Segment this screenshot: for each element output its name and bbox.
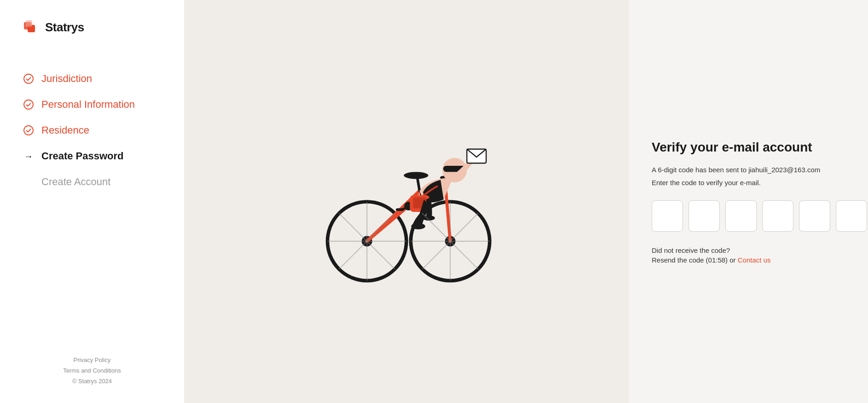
statrys-logo-icon: [23, 18, 41, 36]
jurisdiction-label: Jurisdiction: [41, 73, 92, 85]
resend-timer-text: Resend the code (01:58) or: [652, 256, 736, 264]
privacy-policy-link[interactable]: Privacy Policy: [74, 356, 111, 363]
svg-line-36: [339, 241, 367, 269]
create-account-label: Create Account: [41, 176, 110, 188]
logo-text: Statrys: [45, 20, 84, 35]
residence-check-icon: [23, 125, 34, 136]
svg-rect-21: [396, 208, 404, 211]
svg-line-44: [422, 241, 450, 269]
svg-rect-2: [26, 20, 32, 27]
code-input-5[interactable]: [799, 200, 830, 232]
code-input-3[interactable]: [725, 200, 757, 232]
svg-point-28: [411, 223, 425, 229]
create-account-placeholder-icon: [23, 176, 34, 187]
svg-point-17: [404, 172, 428, 179]
create-password-label: Create Password: [41, 150, 124, 162]
svg-line-42: [422, 213, 450, 241]
nav-steps: Jurisdiction Personal Information Reside…: [23, 73, 161, 356]
svg-line-16: [417, 177, 420, 191]
resend-text: Resend the code (01:58) or Contact us: [652, 256, 845, 264]
copyright-text: © Statrys 2024: [72, 378, 112, 385]
svg-point-3: [24, 74, 33, 83]
sidebar-item-create-account[interactable]: Create Account: [23, 176, 161, 188]
sidebar-footer: Privacy Policy Terms and Conditions © St…: [23, 356, 161, 385]
svg-point-5: [24, 126, 33, 135]
resend-label: Did not receive the code?: [652, 246, 845, 254]
verify-subtitle: A 6-digit code has been sent to jiahuili…: [652, 165, 845, 175]
sidebar-item-residence[interactable]: Residence: [23, 124, 161, 136]
personal-information-label: Personal Information: [41, 99, 135, 111]
svg-line-37: [367, 213, 395, 241]
create-password-arrow-icon: →: [23, 151, 34, 162]
code-inputs-container: [652, 200, 845, 232]
code-input-6[interactable]: [836, 200, 867, 232]
code-input-4[interactable]: [762, 200, 793, 232]
sidebar-item-create-password[interactable]: → Create Password: [23, 150, 161, 162]
svg-line-34: [339, 213, 367, 241]
verify-title: Verify your e-mail account: [652, 139, 845, 156]
svg-point-4: [24, 100, 33, 109]
logo-area: Statrys: [23, 18, 161, 36]
svg-line-43: [450, 241, 478, 269]
verify-instruction: Enter the code to verify your e-mail.: [652, 179, 845, 187]
svg-line-45: [450, 213, 478, 241]
personal-information-check-icon: [23, 99, 34, 110]
jurisdiction-check-icon: [23, 73, 34, 84]
contact-us-link[interactable]: Contact us: [738, 256, 771, 264]
illustration-area: [184, 0, 629, 403]
terms-conditions-link[interactable]: Terms and Conditions: [63, 367, 121, 374]
sidebar-item-jurisdiction[interactable]: Jurisdiction: [23, 73, 161, 85]
sidebar-item-personal-information[interactable]: Personal Information: [23, 99, 161, 111]
verify-panel: Verify your e-mail account A 6-digit cod…: [629, 0, 868, 403]
svg-line-35: [367, 241, 395, 269]
main-content: Verify your e-mail account A 6-digit cod…: [184, 0, 868, 403]
sidebar: Statrys Jurisdiction Personal Informatio…: [0, 0, 184, 403]
code-input-2[interactable]: [689, 200, 720, 232]
svg-line-14: [446, 191, 451, 241]
bicycle-illustration: [314, 110, 498, 294]
code-input-1[interactable]: [652, 200, 683, 232]
residence-label: Residence: [41, 124, 89, 136]
resend-area: Did not receive the code? Resend the cod…: [652, 246, 845, 264]
